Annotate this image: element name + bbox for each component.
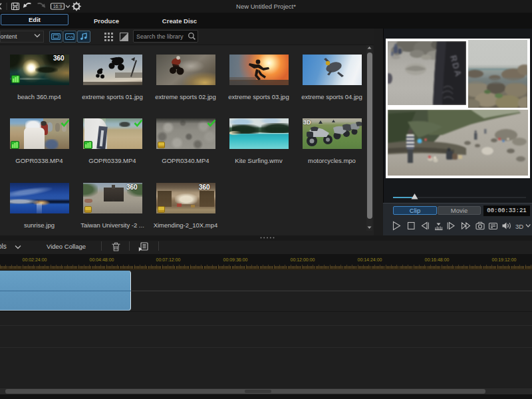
svg-text:3D: 3D: [515, 223, 523, 230]
